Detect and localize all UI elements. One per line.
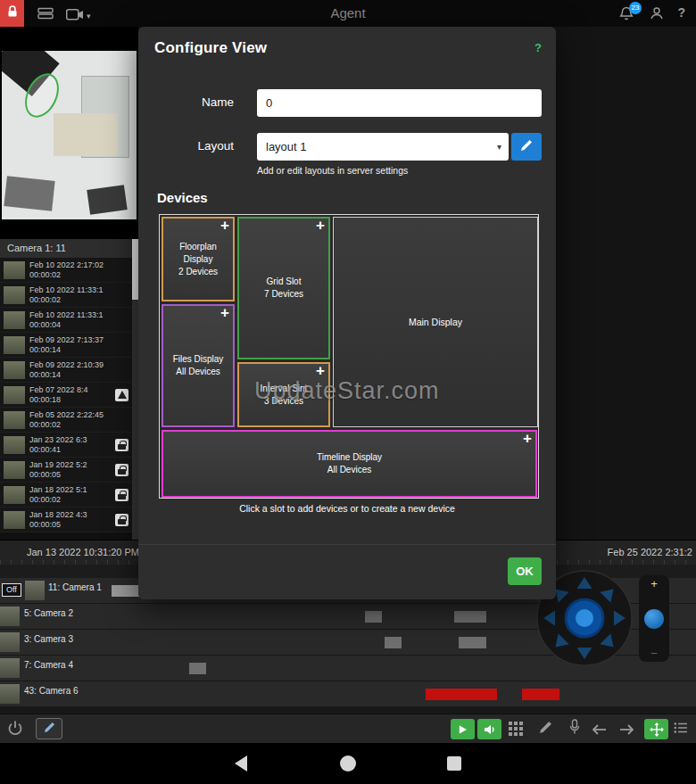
layout-select[interactable]: layout 1 ▾ — [257, 133, 509, 161]
slot-title: Timeline Display — [317, 451, 382, 464]
event-thumbnail — [4, 486, 25, 504]
event-date: Feb 10 2022 11:33:1 — [29, 285, 103, 295]
event-warning-icon — [115, 389, 128, 401]
slot-title: Floorplan Display — [167, 241, 229, 266]
live-camera-preview[interactable] — [0, 27, 138, 239]
grid-view-icon[interactable] — [509, 722, 523, 739]
zoom-slider-knob[interactable] — [644, 609, 664, 629]
event-list-item[interactable]: Feb 09 2022 7:13:3700:00:14 — [0, 333, 132, 358]
event-date: Feb 07 2022 8:4 — [29, 385, 88, 395]
slot-subtitle: 2 Devices — [167, 266, 229, 278]
event-list-item[interactable]: Feb 07 2022 8:400:00:18 — [0, 383, 132, 408]
event-list-item[interactable]: Feb 10 2022 2:17:0200:00:02 — [0, 258, 132, 283]
add-device-icon[interactable]: + — [316, 362, 325, 380]
event-list-item[interactable]: Feb 05 2022 2:22:4500:00:02 — [0, 408, 132, 433]
slot-title: Main Display — [409, 316, 462, 328]
event-duration: 00:00:04 — [29, 320, 103, 330]
event-lock-icon — [115, 439, 128, 451]
events-scrollbar — [132, 239, 138, 540]
camera-thumbnail — [25, 581, 45, 600]
event-list-item[interactable]: Feb 10 2022 11:33:100:00:02 — [0, 283, 132, 308]
event-thumbnail — [4, 436, 25, 454]
event-list-item[interactable]: Jan 18 2022 4:300:00:05 — [0, 508, 132, 532]
menu-list-icon[interactable] — [674, 722, 688, 738]
event-list-item[interactable]: Jan 19 2022 5:200:00:05 — [0, 458, 132, 483]
app-screen: ▾ Agent 23 ? Cam — [0, 0, 696, 784]
event-thumbnail — [4, 461, 25, 479]
microphone-icon[interactable] — [569, 719, 580, 739]
next-arrow-icon[interactable] — [618, 722, 634, 739]
device-slot-interval[interactable]: + Interval Sint 3 Devices — [237, 362, 330, 427]
camera-label: 43: Camera 6 — [24, 686, 79, 696]
event-duration: 00:00:41 — [29, 445, 87, 455]
device-slot-main-display[interactable]: Main Display — [333, 217, 538, 427]
slot-title: Interval Sint — [261, 383, 308, 395]
play-button[interactable] — [451, 719, 475, 739]
floorplan-shape — [87, 185, 127, 215]
event-thumbnail — [4, 286, 25, 304]
floorplan-preview-image — [2, 51, 137, 219]
help-button[interactable]: ? — [677, 5, 685, 20]
notifications-button[interactable]: 23 — [619, 6, 634, 24]
ok-button[interactable]: OK — [508, 557, 542, 585]
zoom-in-button[interactable]: + — [639, 577, 669, 590]
device-slot-timeline[interactable]: + Timeline Display All Devices — [162, 430, 537, 498]
layout-label: Layout — [138, 139, 234, 153]
event-date: Feb 10 2022 2:17:02 — [29, 260, 104, 270]
timeline-event-block — [365, 611, 382, 623]
timeline-event-block — [189, 663, 206, 674]
add-device-icon[interactable]: + — [523, 430, 532, 448]
zoom-out-button[interactable]: − — [639, 647, 669, 660]
dialog-title: Configure View — [154, 39, 267, 57]
events-panel-header[interactable]: Camera 1: 11 — [0, 239, 132, 258]
timeline-event-block — [459, 637, 486, 648]
previous-arrow-icon[interactable] — [592, 722, 608, 739]
event-duration: 00:00:05 — [29, 520, 87, 530]
slot-subtitle: 7 Devices — [264, 288, 303, 301]
event-list-item[interactable]: Jan 18 2022 5:100:00:02 — [0, 483, 132, 508]
device-slot-grid[interactable]: + Grid Slot 7 Devices — [237, 217, 330, 359]
device-slot-floorplan[interactable]: + Floorplan Display 2 Devices — [162, 217, 235, 301]
camera-label: 3: Camera 3 — [24, 634, 73, 644]
edit-icon[interactable] — [539, 721, 552, 738]
user-account-button[interactable] — [650, 6, 664, 24]
camera-off-toggle[interactable]: Off — [2, 583, 21, 597]
android-home-button[interactable] — [340, 755, 356, 772]
scrollbar-thumb[interactable] — [132, 239, 138, 300]
add-device-icon[interactable]: + — [316, 217, 325, 235]
event-duration: 00:00:02 — [29, 420, 104, 430]
event-duration: 00:00:02 — [29, 495, 87, 505]
event-list-item[interactable]: Jan 23 2022 6:300:00:41 — [0, 433, 132, 458]
volume-button[interactable] — [477, 719, 501, 739]
slot-subtitle: All Devices — [317, 464, 382, 476]
timeline-event-block — [426, 689, 497, 700]
power-button[interactable] — [7, 720, 23, 740]
event-date: Feb 10 2022 11:33:1 — [29, 310, 103, 320]
event-duration: 00:00:02 — [29, 270, 104, 280]
add-device-icon[interactable]: + — [220, 304, 229, 322]
add-device-icon[interactable]: + — [220, 217, 229, 235]
pencil-icon — [520, 139, 533, 155]
android-back-button[interactable] — [235, 755, 247, 772]
event-list-item[interactable]: Feb 09 2022 2:10:3900:00:14 — [0, 358, 132, 383]
event-lock-icon — [115, 464, 128, 476]
event-list-item[interactable]: Feb 10 2022 11:33:100:00:04 — [0, 308, 132, 333]
camera-label: 7: Camera 4 — [24, 660, 73, 670]
dialog-help-button[interactable]: ? — [534, 41, 542, 54]
app-title: Agent — [0, 0, 696, 27]
event-thumbnail — [4, 511, 25, 529]
android-recents-button[interactable] — [447, 756, 461, 771]
name-input[interactable] — [257, 89, 542, 117]
edit-layout-button[interactable] — [511, 133, 542, 161]
name-label: Name — [138, 95, 234, 109]
slot-title: Grid Slot — [264, 276, 303, 288]
device-slot-files[interactable]: + Files Display All Devices — [162, 304, 235, 427]
event-thumbnail — [4, 411, 25, 429]
ptz-zoom-slider[interactable]: + − — [639, 575, 669, 662]
ptz-mode-button[interactable] — [644, 719, 668, 739]
event-date: Jan 19 2022 5:2 — [29, 460, 87, 470]
dialog-footer-divider — [138, 544, 556, 545]
timeline-row-camera-6[interactable]: 43: Camera 6 — [0, 681, 696, 707]
event-thumbnail — [4, 261, 25, 279]
edit-view-button[interactable] — [36, 718, 62, 739]
